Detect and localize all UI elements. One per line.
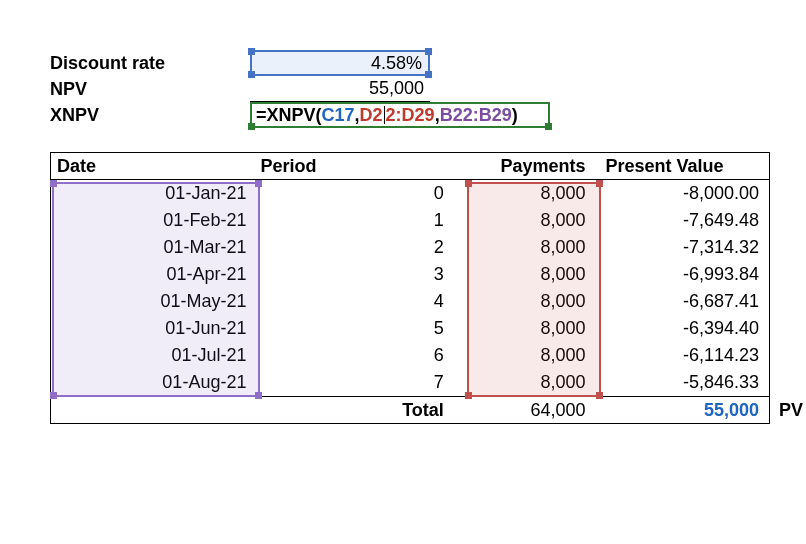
- table-row: 01-Mar-2128,000-7,314.32: [51, 234, 769, 261]
- total-payments: 64,000: [450, 400, 600, 421]
- npv-value: 55,000: [369, 78, 424, 99]
- npv-cell[interactable]: 55,000: [250, 76, 430, 102]
- selection-handle-icon[interactable]: [248, 123, 255, 130]
- cell-period[interactable]: 0: [260, 183, 449, 204]
- table-row: 01-Apr-2138,000-6,993.84: [51, 261, 769, 288]
- pv-abbreviation: PV: [779, 400, 803, 421]
- cell-present-value[interactable]: -7,649.48: [599, 210, 769, 231]
- cell-period[interactable]: 1: [260, 210, 449, 231]
- table-row: 01-Jan-2108,000-8,000.00: [51, 180, 769, 207]
- formula-ref-d22b: 2:D29: [386, 105, 435, 126]
- formula-ref-d22a: D2: [360, 105, 383, 126]
- cell-payment[interactable]: 8,000: [450, 291, 600, 312]
- formula-equals: =: [256, 105, 267, 126]
- cell-date[interactable]: 01-Apr-21: [51, 264, 260, 285]
- header-present-value: Present Value: [599, 156, 769, 177]
- formula-function: XNPV(: [267, 105, 322, 126]
- payments-table: Date Period Payments Present Value 01-Ja…: [50, 152, 770, 424]
- header-period: Period: [260, 156, 449, 177]
- text-cursor-icon: [384, 106, 385, 124]
- cell-present-value[interactable]: -6,394.40: [599, 318, 769, 339]
- cell-date[interactable]: 01-May-21: [51, 291, 260, 312]
- discount-rate-label: Discount rate: [50, 53, 250, 74]
- cell-payment[interactable]: 8,000: [450, 210, 600, 231]
- cell-present-value[interactable]: -8,000.00: [599, 183, 769, 204]
- npv-label: NPV: [50, 79, 250, 100]
- header-payments: Payments: [450, 156, 600, 177]
- xnpv-formula-cell[interactable]: =XNPV(C17,D22:D29,B22:B29): [250, 102, 550, 128]
- table-header-row: Date Period Payments Present Value: [51, 153, 769, 180]
- selection-handle-icon[interactable]: [545, 123, 552, 130]
- cell-date[interactable]: 01-Jun-21: [51, 318, 260, 339]
- cell-period[interactable]: 4: [260, 291, 449, 312]
- cell-present-value[interactable]: -7,314.32: [599, 237, 769, 258]
- formula-ref-c17: C17: [322, 105, 355, 126]
- cell-payment[interactable]: 8,000: [450, 264, 600, 285]
- cell-payment[interactable]: 8,000: [450, 237, 600, 258]
- cell-date[interactable]: 01-Aug-21: [51, 372, 260, 393]
- cell-payment[interactable]: 8,000: [450, 372, 600, 393]
- discount-rate-value: 4.58%: [371, 53, 422, 74]
- cell-payment[interactable]: 8,000: [450, 318, 600, 339]
- table-row: 01-May-2148,000-6,687.41: [51, 288, 769, 315]
- discount-rate-cell[interactable]: 4.58%: [250, 50, 430, 76]
- cell-date[interactable]: 01-Feb-21: [51, 210, 260, 231]
- cell-payment[interactable]: 8,000: [450, 345, 600, 366]
- selection-handle-icon[interactable]: [248, 71, 255, 78]
- total-label: Total: [260, 400, 449, 421]
- selection-handle-icon[interactable]: [425, 71, 432, 78]
- xnpv-label: XNPV: [50, 105, 250, 126]
- formula-close: ): [512, 105, 518, 126]
- formula-ref-b22: B22:B29: [440, 105, 512, 126]
- cell-present-value[interactable]: -5,846.33: [599, 372, 769, 393]
- cell-date[interactable]: 01-Jan-21: [51, 183, 260, 204]
- table-row: 01-Jun-2158,000-6,394.40: [51, 315, 769, 342]
- header-date: Date: [51, 156, 260, 177]
- cell-period[interactable]: 5: [260, 318, 449, 339]
- cell-date[interactable]: 01-Jul-21: [51, 345, 260, 366]
- selection-handle-icon[interactable]: [425, 48, 432, 55]
- table-row: 01-Jul-2168,000-6,114.23: [51, 342, 769, 369]
- cell-present-value[interactable]: -6,993.84: [599, 264, 769, 285]
- cell-present-value[interactable]: -6,687.41: [599, 291, 769, 312]
- cell-period[interactable]: 3: [260, 264, 449, 285]
- table-row: 01-Aug-2178,000-5,846.33: [51, 369, 769, 396]
- cell-period[interactable]: 2: [260, 237, 449, 258]
- parameters-block: Discount rate 4.58% NPV 55,000 XNPV =XNP…: [50, 50, 766, 128]
- cell-date[interactable]: 01-Mar-21: [51, 237, 260, 258]
- cell-period[interactable]: 6: [260, 345, 449, 366]
- cell-present-value[interactable]: -6,114.23: [599, 345, 769, 366]
- total-present-value: 55,000: [599, 400, 769, 421]
- cell-payment[interactable]: 8,000: [450, 183, 600, 204]
- table-row: 01-Feb-2118,000-7,649.48: [51, 207, 769, 234]
- cell-period[interactable]: 7: [260, 372, 449, 393]
- selection-handle-icon[interactable]: [248, 48, 255, 55]
- table-total-row: Total 64,000 55,000: [51, 396, 769, 423]
